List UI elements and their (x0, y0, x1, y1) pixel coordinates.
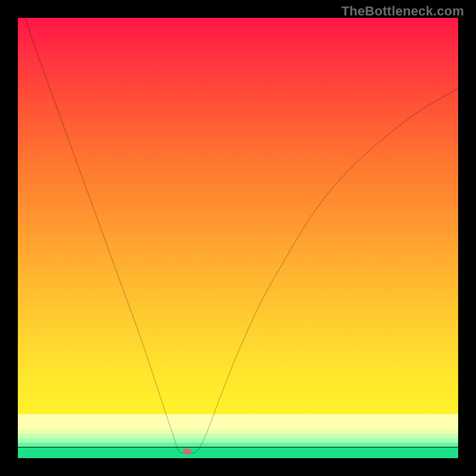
watermark-text: TheBottleneck.com (342, 4, 464, 19)
bottleneck-curve (18, 18, 458, 458)
optimum-marker (183, 449, 192, 455)
curve-path (18, 18, 458, 453)
plot-area (18, 18, 458, 458)
chart-frame: TheBottleneck.com (0, 0, 476, 476)
